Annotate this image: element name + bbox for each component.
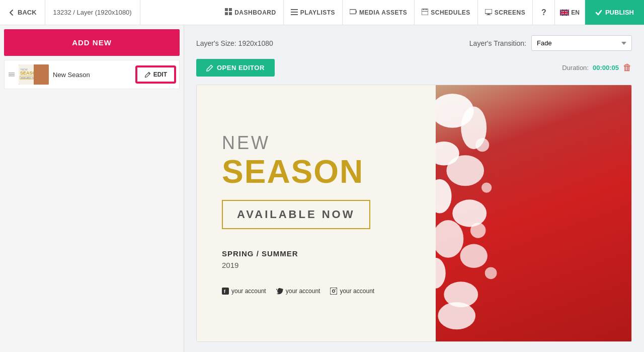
main-layout: ADD NEW NEW SEASON AVAILABLE bbox=[0, 25, 644, 352]
svg-rect-12 bbox=[485, 9, 492, 14]
preview-content: NEW SEASON AVAILABLE NOW SPRING / SUMMER… bbox=[197, 85, 631, 341]
nav-links: DASHBOARD PLAYLISTS MEDIA ASSETS SCHEDUL… bbox=[218, 0, 533, 25]
screens-icon bbox=[485, 9, 492, 17]
check-icon bbox=[595, 9, 602, 16]
svg-point-37 bbox=[460, 244, 488, 268]
publish-button[interactable]: PUBLISH bbox=[585, 0, 644, 25]
svg-point-35 bbox=[452, 199, 487, 227]
svg-rect-6 bbox=[291, 14, 298, 15]
duration-value: 00:00:05 bbox=[593, 64, 619, 72]
left-sidebar: ADD NEW NEW SEASON AVAILABLE bbox=[0, 25, 184, 352]
svg-point-44 bbox=[438, 302, 476, 329]
edit-button[interactable]: EDIT bbox=[136, 66, 175, 83]
layer-size-info: Layer's Size: 1920x1080 bbox=[196, 39, 273, 47]
svg-rect-1 bbox=[229, 8, 232, 11]
svg-rect-11 bbox=[422, 11, 428, 12]
svg-rect-13 bbox=[488, 14, 490, 15]
ad-spring-summer: SPRING / SUMMER bbox=[222, 249, 411, 258]
dashboard-label: DASHBOARD bbox=[234, 9, 276, 16]
back-label: BACK bbox=[18, 9, 37, 16]
language-selector[interactable]: EN bbox=[555, 0, 585, 25]
ad-year: 2019 bbox=[222, 261, 411, 269]
svg-rect-5 bbox=[291, 12, 298, 13]
svg-point-43 bbox=[485, 267, 497, 279]
nav-playlists[interactable]: PLAYLISTS bbox=[284, 0, 343, 25]
svg-rect-18 bbox=[9, 76, 15, 77]
nav-media-assets[interactable]: MEDIA ASSETS bbox=[343, 0, 415, 25]
twitter-icon bbox=[276, 288, 283, 295]
svg-rect-3 bbox=[229, 12, 232, 15]
svg-rect-27 bbox=[330, 288, 337, 295]
nav-screens[interactable]: SCREENS bbox=[478, 0, 533, 25]
ad-available-text: AVAILABLE NOW bbox=[222, 200, 370, 229]
ad-social: f your account your account bbox=[222, 288, 411, 295]
duration-label: Duration: bbox=[562, 64, 589, 72]
grid-icon bbox=[225, 8, 232, 17]
splatter-overlay bbox=[436, 85, 518, 341]
transition-area: Layer's Transition: Fade Slide None Zoom bbox=[469, 35, 632, 51]
facebook-handle: f your account bbox=[222, 288, 266, 295]
facebook-account: your account bbox=[231, 288, 266, 295]
drag-handle[interactable] bbox=[9, 72, 15, 78]
duration-area: Duration: 00:00:05 🗑 bbox=[562, 62, 632, 73]
instagram-icon bbox=[330, 288, 337, 295]
facebook-icon: f bbox=[222, 288, 229, 295]
nav-schedules[interactable]: SCHEDULES bbox=[415, 0, 478, 25]
layer-item: NEW SEASON AVAILABLE NOW New Season EDIT bbox=[4, 60, 180, 89]
layer-thumbnail: NEW SEASON AVAILABLE NOW bbox=[19, 64, 49, 85]
svg-rect-17 bbox=[9, 74, 15, 75]
svg-rect-8 bbox=[422, 9, 428, 15]
list-icon bbox=[291, 9, 298, 17]
svg-rect-16 bbox=[9, 73, 15, 74]
svg-point-41 bbox=[481, 182, 492, 192]
layer-size-label: Layer's Size: bbox=[196, 39, 236, 47]
svg-rect-4 bbox=[291, 9, 298, 10]
open-editor-label: OPEN EDITOR bbox=[217, 64, 265, 72]
svg-point-42 bbox=[470, 223, 486, 238]
svg-rect-7 bbox=[350, 9, 356, 14]
instagram-account: your account bbox=[340, 288, 374, 295]
playlists-label: PLAYLISTS bbox=[300, 9, 335, 16]
svg-point-34 bbox=[436, 179, 452, 214]
ad-right-panel bbox=[436, 85, 631, 341]
svg-rect-14 bbox=[487, 15, 491, 15]
open-editor-button[interactable]: OPEN EDITOR bbox=[196, 59, 275, 77]
svg-rect-2 bbox=[225, 12, 228, 15]
svg-rect-25 bbox=[222, 288, 229, 295]
nav-dashboard[interactable]: DASHBOARD bbox=[218, 0, 284, 25]
top-navigation: BACK 13232 / Layer (1920x1080) DASHBOARD… bbox=[0, 0, 644, 25]
media-icon bbox=[350, 9, 357, 17]
delete-button[interactable]: 🗑 bbox=[623, 62, 632, 73]
svg-point-38 bbox=[436, 258, 446, 289]
svg-rect-24 bbox=[34, 64, 49, 85]
layer-name: New Season bbox=[53, 71, 132, 79]
twitter-handle: your account bbox=[276, 288, 320, 295]
publish-label: PUBLISH bbox=[605, 9, 634, 16]
right-content: Layer's Size: 1920x1080 Layer's Transiti… bbox=[184, 25, 644, 352]
svg-rect-10 bbox=[426, 9, 427, 10]
ad-new-text: NEW bbox=[222, 132, 411, 154]
transition-label: Layer's Transition: bbox=[469, 39, 526, 47]
instagram-handle: your account bbox=[330, 288, 374, 295]
help-button[interactable]: ? bbox=[533, 0, 555, 25]
back-button[interactable]: BACK bbox=[0, 0, 45, 25]
help-icon: ? bbox=[541, 8, 546, 17]
ad-season-text: SEASON bbox=[222, 156, 411, 188]
svg-rect-0 bbox=[225, 8, 228, 11]
content-header: Layer's Size: 1920x1080 Layer's Transiti… bbox=[196, 35, 632, 51]
twitter-account: your account bbox=[286, 288, 320, 295]
preview-canvas: NEW SEASON AVAILABLE NOW SPRING / SUMMER… bbox=[196, 85, 632, 342]
media-assets-label: MEDIA ASSETS bbox=[359, 9, 407, 16]
screens-label: SCREENS bbox=[495, 9, 526, 16]
editor-pencil-icon bbox=[206, 64, 213, 72]
transition-select[interactable]: Fade Slide None Zoom bbox=[531, 35, 632, 51]
svg-point-40 bbox=[475, 138, 489, 152]
pencil-icon bbox=[144, 72, 151, 78]
editor-toolbar: OPEN EDITOR Duration: 00:00:05 🗑 bbox=[196, 59, 632, 77]
lang-label: EN bbox=[571, 9, 580, 16]
ad-left-panel: NEW SEASON AVAILABLE NOW SPRING / SUMMER… bbox=[197, 85, 436, 341]
svg-point-36 bbox=[436, 220, 463, 258]
add-new-button[interactable]: ADD NEW bbox=[4, 29, 180, 56]
svg-point-28 bbox=[333, 290, 335, 292]
layer-size-value: 1920x1080 bbox=[238, 39, 273, 47]
